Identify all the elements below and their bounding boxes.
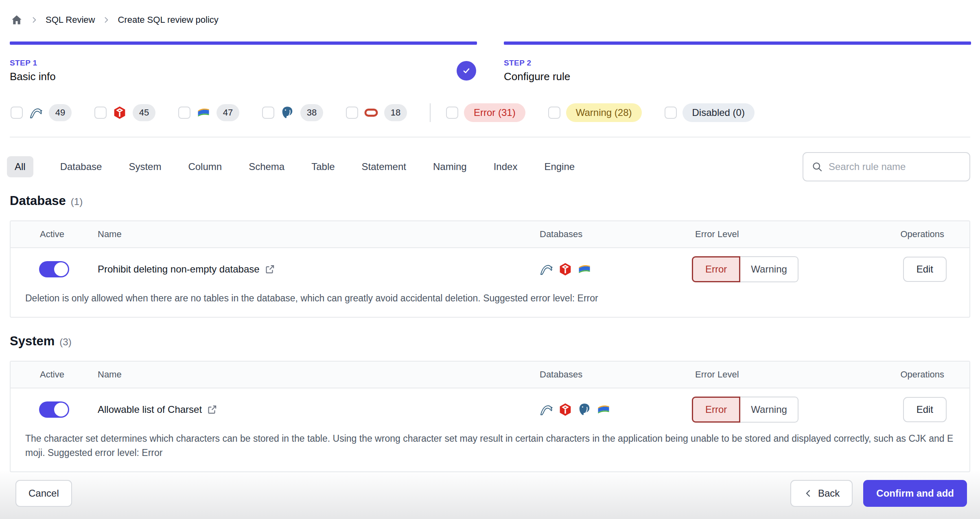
step-1: STEP 1 Basic info [10, 41, 477, 83]
col-name: Name [98, 369, 529, 380]
tidb-icon [112, 105, 127, 120]
tidb-icon [558, 402, 573, 417]
step-1-label: STEP 1 [10, 59, 56, 68]
col-operations: Operations [875, 229, 969, 240]
mysql-icon [539, 402, 553, 417]
col-name: Name [98, 229, 529, 240]
search-rule-input[interactable] [829, 161, 961, 172]
rule-description: The character set determines which chara… [11, 426, 969, 471]
create-sql-review-policy-page: SQL Review Create SQL review policy STEP… [0, 0, 980, 519]
tab-engine[interactable]: Engine [544, 161, 575, 172]
col-databases: Databases [529, 229, 692, 240]
error-count-pill[interactable]: Error (31) [464, 103, 525, 122]
database-rules-table: Active Name Databases Error Level Operat… [10, 220, 970, 318]
disabled-count-pill[interactable]: Disabled (0) [682, 103, 755, 122]
col-active: Active [11, 369, 98, 380]
external-link-icon[interactable] [265, 264, 275, 275]
col-active: Active [11, 229, 98, 240]
tab-system[interactable]: System [129, 161, 161, 172]
col-error-level: Error Level [692, 369, 875, 380]
breadcrumb: SQL Review Create SQL review policy [0, 0, 980, 26]
tab-schema[interactable]: Schema [249, 161, 284, 172]
oceanbase-icon [596, 402, 611, 417]
category-tabs: All Database System Column Schema Table … [11, 156, 803, 177]
tab-table[interactable]: Table [311, 161, 335, 172]
confirm-and-add-button[interactable]: Confirm and add [863, 480, 967, 507]
engine-filter-oracle: 18 [346, 104, 407, 121]
step-2: STEP 2 Configure rule [504, 41, 971, 83]
postgresql-icon [280, 105, 295, 120]
mysql-checkbox[interactable] [11, 107, 23, 119]
error-level-option-warning[interactable]: Warning [740, 397, 798, 423]
section-title: System [10, 334, 55, 349]
edit-rule-button[interactable]: Edit [903, 397, 947, 422]
step-1-title: Basic info [10, 70, 56, 83]
step-2-progress-bar [504, 41, 971, 45]
oceanbase-icon [577, 262, 592, 277]
engine-filter-mysql: 49 [11, 104, 72, 121]
engine-filter-tidb: 45 [94, 104, 155, 121]
col-databases: Databases [529, 369, 692, 380]
level-filter-error: Error (31) [446, 103, 525, 122]
tab-all[interactable]: All [7, 156, 33, 177]
error-level-segmented-control: Error Warning [692, 397, 798, 423]
error-level-checkbox[interactable] [446, 107, 458, 119]
chevron-right-icon [30, 16, 38, 24]
disabled-level-checkbox[interactable] [665, 107, 677, 119]
tab-database[interactable]: Database [60, 161, 102, 172]
cancel-button[interactable]: Cancel [15, 480, 72, 507]
rule-database-icons [529, 262, 692, 277]
oceanbase-count-badge: 47 [217, 104, 239, 121]
postgresql-icon [577, 402, 592, 417]
back-button[interactable]: Back [790, 480, 853, 507]
mysql-count-badge: 49 [49, 104, 72, 121]
section-header-system: System (3) [0, 334, 980, 349]
section-title: Database [10, 194, 66, 208]
system-rules-table: Active Name Databases Error Level Operat… [10, 361, 970, 472]
step-1-progress-bar [10, 41, 477, 45]
postgresql-checkbox[interactable] [262, 107, 274, 119]
rule-active-toggle[interactable] [39, 261, 69, 277]
error-level-option-error[interactable]: Error [692, 256, 740, 282]
search-rule-box[interactable] [803, 152, 970, 181]
home-icon[interactable] [11, 14, 23, 26]
rule-active-toggle[interactable] [39, 401, 69, 418]
rule-filter-bar: 49 45 47 38 18 Error (31) W [0, 83, 980, 122]
chevron-right-icon [102, 16, 110, 24]
search-icon [812, 161, 823, 172]
edit-rule-button[interactable]: Edit [903, 257, 947, 282]
step-2-title: Configure rule [504, 70, 570, 83]
level-filter-warning: Warning (28) [548, 103, 642, 122]
tab-naming[interactable]: Naming [433, 161, 467, 172]
oracle-checkbox[interactable] [346, 107, 358, 119]
table-row: Allowable list of Charset Error Warning … [11, 388, 969, 426]
rule-database-icons [529, 402, 692, 417]
rule-name-link[interactable]: Allowable list of Charset [98, 404, 202, 415]
postgresql-count-badge: 38 [300, 104, 323, 121]
table-row: Prohibit deleting non-empty database Err… [11, 248, 969, 286]
col-error-level: Error Level [692, 229, 875, 240]
tidb-checkbox[interactable] [94, 107, 107, 119]
tab-column[interactable]: Column [188, 161, 222, 172]
external-link-icon[interactable] [207, 404, 217, 415]
warning-count-pill[interactable]: Warning (28) [566, 103, 642, 122]
oceanbase-icon [196, 105, 211, 120]
tab-statement[interactable]: Statement [362, 161, 406, 172]
oceanbase-checkbox[interactable] [178, 107, 190, 119]
mysql-icon [539, 262, 553, 277]
col-operations: Operations [875, 369, 969, 380]
tab-index[interactable]: Index [494, 161, 518, 172]
rule-name-link[interactable]: Prohibit deleting non-empty database [98, 264, 260, 275]
error-level-option-error[interactable]: Error [692, 397, 740, 423]
step-indicator: STEP 1 Basic info STEP 2 Configure rule [0, 26, 980, 83]
mysql-icon [28, 105, 43, 120]
back-button-label: Back [818, 488, 840, 499]
warning-level-checkbox[interactable] [548, 107, 560, 119]
engine-filter-oceanbase: 47 [178, 104, 239, 121]
breadcrumb-sql-review[interactable]: SQL Review [46, 15, 95, 25]
table-header-row: Active Name Databases Error Level Operat… [11, 221, 969, 248]
rule-description: Deletion is only allowed when there are … [11, 286, 969, 317]
category-tabbar: All Database System Column Schema Table … [0, 137, 980, 181]
step-1-completed-check-icon [457, 61, 476, 81]
error-level-option-warning[interactable]: Warning [740, 256, 798, 282]
